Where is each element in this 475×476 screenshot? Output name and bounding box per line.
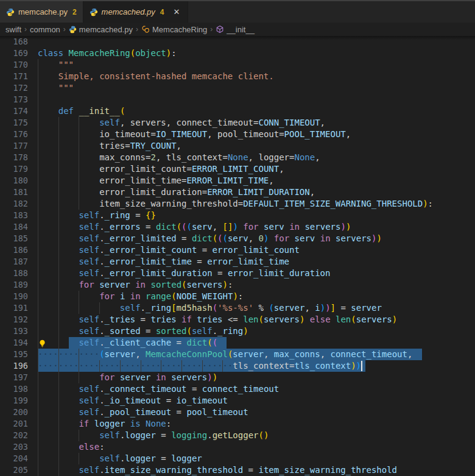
code-line[interactable]: 184 self._errors = dict(((serv, []) for …: [0, 221, 475, 233]
code-text: for i in range(NODE_WEIGHT):: [38, 291, 243, 302]
line-number[interactable]: 202: [0, 430, 28, 441]
line-number[interactable]: 204: [0, 453, 28, 464]
line-number[interactable]: 185: [0, 233, 28, 244]
code-line[interactable]: 200 self._pool_timeout = pool_timeout: [0, 407, 475, 418]
line-number[interactable]: 183: [0, 210, 28, 221]
breadcrumb-separator: ›: [24, 25, 27, 34]
line-number[interactable]: 203: [0, 441, 28, 453]
line-number[interactable]: 196: [0, 360, 28, 372]
code-line[interactable]: 189 for server in sorted(servers):: [0, 279, 475, 291]
line-number[interactable]: 194: [0, 337, 28, 349]
line-number[interactable]: 191: [0, 302, 28, 314]
code-line[interactable]: 192 self._tries = tries if tries <= len(…: [0, 314, 475, 325]
code-line[interactable]: 194 self._client_cache = dict((: [0, 337, 475, 349]
breadcrumb-item-swift[interactable]: swift: [5, 25, 21, 34]
code-line[interactable]: 205 self.item_size_warning_threshold = i…: [0, 464, 475, 476]
code-line[interactable]: 195············(server, MemcacheConnPool…: [0, 349, 475, 360]
code-line[interactable]: 190 for i in range(NODE_WEIGHT):: [0, 291, 475, 302]
breadcrumb-item-common[interactable]: common: [30, 25, 60, 34]
code-line[interactable]: 204 self.logger = logger: [0, 453, 475, 464]
text-cursor: [361, 361, 362, 371]
breadcrumb-item-file[interactable]: memcached.py: [69, 25, 133, 34]
line-number[interactable]: 169: [0, 48, 28, 59]
line-number[interactable]: 182: [0, 198, 28, 210]
code-line[interactable]: 186 self._error_limit_count = error_limi…: [0, 244, 475, 256]
code-action-lightbulb-icon[interactable]: [38, 339, 46, 350]
code-text: error_limit_duration=ERROR_LIMIT_DURATIO…: [38, 186, 315, 198]
code-line[interactable]: 176 io_timeout=IO_TIMEOUT, pool_timeout=…: [0, 129, 475, 140]
line-number[interactable]: 176: [0, 129, 28, 140]
line-number[interactable]: 172: [0, 82, 28, 94]
code-line[interactable]: 198 self._connect_timeout = connect_time…: [0, 383, 475, 395]
code-text: self._ring = {}: [38, 210, 156, 221]
line-number[interactable]: 180: [0, 175, 28, 186]
tab-problems-badge: 2: [72, 8, 77, 16]
code-line[interactable]: 178 max_conns=2, tls_context=None, logge…: [0, 152, 475, 163]
code-line[interactable]: 191 self._ring[md5hash('%s-%s' % (server…: [0, 302, 475, 314]
line-number[interactable]: 199: [0, 395, 28, 407]
code-line[interactable]: 181 error_limit_duration=ERROR_LIMIT_DUR…: [0, 186, 475, 198]
breadcrumb-separator: ›: [63, 25, 66, 34]
code-line[interactable]: 180 error_limit_time=ERROR_LIMIT_TIME,: [0, 175, 475, 186]
line-number[interactable]: 173: [0, 94, 28, 105]
code-line[interactable]: 177 tries=TRY_COUNT,: [0, 140, 475, 152]
breadcrumb-item-class[interactable]: MemcacheRing: [141, 25, 207, 34]
code-line[interactable]: 168: [0, 36, 475, 48]
line-number[interactable]: 168: [0, 36, 28, 48]
code-text: self._ring[md5hash('%s-%s' % (server, i)…: [38, 302, 382, 314]
code-line[interactable]: 185 self._error_limited = dict(((serv, 0…: [0, 233, 475, 244]
code-line[interactable]: 183 self._ring = {}: [0, 210, 475, 221]
code-line[interactable]: 201 if logger is None:: [0, 418, 475, 430]
code-text: if logger is None:: [38, 418, 171, 430]
line-number[interactable]: 171: [0, 71, 28, 82]
code-line[interactable]: 179 error_limit_count=ERROR_LIMIT_COUNT,: [0, 163, 475, 175]
line-number[interactable]: 187: [0, 256, 28, 268]
line-number[interactable]: 195: [0, 349, 28, 360]
line-number[interactable]: 200: [0, 407, 28, 418]
line-number[interactable]: 189: [0, 279, 28, 291]
code-editor[interactable]: 168169class MemcacheRing(object):170 """…: [0, 36, 475, 476]
code-text: error_limit_time=ERROR_LIMIT_TIME,: [38, 175, 274, 186]
code-line[interactable]: 173: [0, 94, 475, 105]
code-line[interactable]: 188 self._error_limit_duration = error_l…: [0, 268, 475, 279]
close-icon[interactable]: ✕: [171, 7, 181, 17]
line-number[interactable]: 188: [0, 268, 28, 279]
line-number[interactable]: 178: [0, 152, 28, 163]
line-number[interactable]: 201: [0, 418, 28, 430]
line-number[interactable]: 177: [0, 140, 28, 152]
code-text: Simple, consistent-hashed memcache clien…: [38, 71, 274, 82]
code-line[interactable]: 199 self._io_timeout = io_timeout: [0, 395, 475, 407]
code-line[interactable]: 171 Simple, consistent-hashed memcache c…: [0, 71, 475, 82]
line-number[interactable]: 192: [0, 314, 28, 325]
code-line[interactable]: 187 self._error_limit_time = error_limit…: [0, 256, 475, 268]
tab-memcache-py[interactable]: memcache.py 2: [0, 1, 83, 23]
breadcrumb-item-method[interactable]: __init__: [216, 25, 255, 34]
code-line[interactable]: 175 self, servers, connect_timeout=CONN_…: [0, 117, 475, 129]
line-number[interactable]: 205: [0, 464, 28, 476]
line-number[interactable]: 190: [0, 291, 28, 302]
code-line[interactable]: 182 item_size_warning_threshold=DEFAULT_…: [0, 198, 475, 210]
tab-memcached-py[interactable]: memcached.py 4 ✕: [83, 1, 189, 23]
line-number[interactable]: 174: [0, 105, 28, 117]
line-number[interactable]: 186: [0, 244, 28, 256]
code-line[interactable]: 169class MemcacheRing(object):: [0, 48, 475, 59]
line-number[interactable]: 181: [0, 186, 28, 198]
line-number[interactable]: 193: [0, 325, 28, 337]
code-line[interactable]: 202 self.logger = logging.getLogger(): [0, 430, 475, 441]
code-line[interactable]: 193 self._sorted = sorted(self._ring): [0, 325, 475, 337]
line-number[interactable]: 198: [0, 383, 28, 395]
code-text: class MemcacheRing(object):: [38, 48, 177, 59]
line-number[interactable]: 184: [0, 221, 28, 233]
line-number[interactable]: 179: [0, 163, 28, 175]
code-text: self._client_cache = dict((: [38, 337, 217, 349]
code-line[interactable]: 196·····································…: [0, 360, 475, 372]
code-line[interactable]: 203 else:: [0, 441, 475, 453]
code-line[interactable]: 170 """: [0, 59, 475, 71]
code-line[interactable]: 172 """: [0, 82, 475, 94]
code-line[interactable]: 197 for server in servers)): [0, 372, 475, 383]
line-number[interactable]: 170: [0, 59, 28, 71]
line-number[interactable]: 197: [0, 372, 28, 383]
code-line[interactable]: 174 def __init__(: [0, 105, 475, 117]
tab-filename: memcache.py: [18, 7, 68, 16]
line-number[interactable]: 175: [0, 117, 28, 129]
